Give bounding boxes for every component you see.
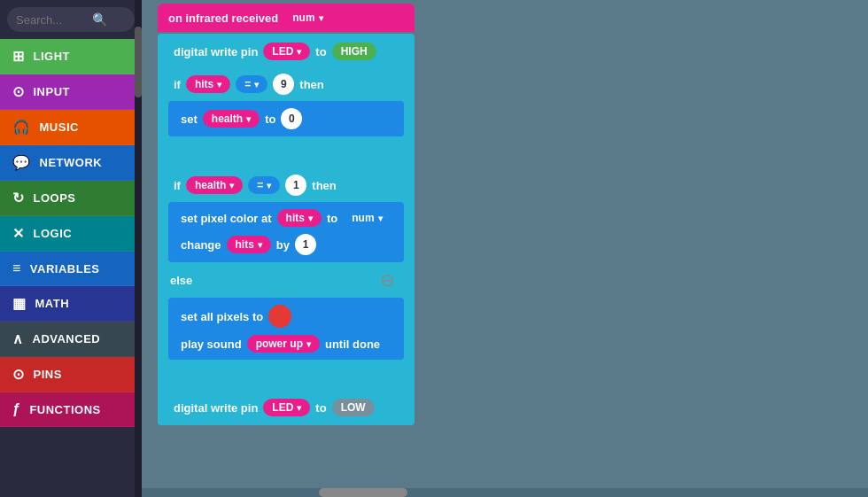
if1-body: set health ▾ to 0 xyxy=(168,101,404,136)
if2-then: then xyxy=(312,179,336,192)
if2-body: set pixel color at hits ▾ to num ▾ xyxy=(168,202,404,262)
search-icon: 🔍 xyxy=(92,12,107,27)
if2-eq[interactable]: = ▾ xyxy=(248,176,280,194)
on-infrared-block[interactable]: on infrared received num ▾ xyxy=(158,4,415,32)
canvas: on infrared received num ▾ digital write… xyxy=(142,0,868,497)
sidebar-item-label: ADVANCED xyxy=(33,332,101,346)
sidebar-item-light[interactable]: ⊞ LIGHT xyxy=(0,39,142,74)
caret-icon: ▾ xyxy=(297,47,301,57)
if2-change-var[interactable]: hits ▾ xyxy=(227,236,271,253)
dw2-label: digital write pin xyxy=(174,401,258,415)
if1-val[interactable]: 9 xyxy=(273,74,294,95)
else-label: else xyxy=(170,274,192,287)
sidebar-item-label: NETWORK xyxy=(40,156,103,169)
if2-add-button[interactable]: ⊕ xyxy=(170,363,199,388)
sidebar-item-label: MATH xyxy=(35,297,70,310)
if2-change-row: change hits ▾ by 1 xyxy=(175,230,397,259)
caret-icon: ▾ xyxy=(319,13,323,23)
sidebar-item-label: FUNCTIONS xyxy=(29,403,100,416)
block-container: on infrared received num ▾ digital write… xyxy=(158,4,415,429)
sidebar-item-label: LIGHT xyxy=(34,50,71,63)
sidebar-item-label: VARIABLES xyxy=(30,262,100,276)
network-icon: 💬 xyxy=(12,154,31,171)
sound-var[interactable]: power up ▾ xyxy=(247,335,320,353)
canvas-h-scrollbar[interactable] xyxy=(142,488,868,497)
if1-set-to: to xyxy=(265,113,275,126)
dw1-label: digital write pin xyxy=(174,45,258,58)
sidebar: 🔍 ⊞ LIGHT ⊙ INPUT 🎧 MUSIC 💬 NETWORK ↻ LO… xyxy=(0,0,142,497)
if1-if: if xyxy=(174,78,181,91)
dw1-to: to xyxy=(315,45,326,58)
h-scrollbar-thumb[interactable] xyxy=(319,488,407,497)
sidebar-item-math[interactable]: ▦ MATH xyxy=(0,286,142,322)
dw1-pin[interactable]: LED ▾ xyxy=(263,43,310,60)
sidebar-item-advanced[interactable]: ∧ ADVANCED xyxy=(0,322,142,357)
sidebar-item-label: INPUT xyxy=(34,85,71,98)
dw2-pin[interactable]: LED ▾ xyxy=(263,399,310,416)
if2-hits-var[interactable]: hits ▾ xyxy=(277,209,322,227)
if1-set-label: set xyxy=(181,113,198,126)
variables-icon: ≡ xyxy=(12,260,21,276)
if2-by-val[interactable]: 1 xyxy=(295,234,316,255)
if2-num-var[interactable]: num ▾ xyxy=(343,209,391,227)
if1-add-button[interactable]: ⊕ xyxy=(170,140,199,165)
if1-block: if hits ▾ = ▾ 9 then set xyxy=(163,69,409,167)
sidebar-item-pins[interactable]: ⊙ PINS xyxy=(0,357,142,392)
else-body: set all pixels to play sound power up ▾ … xyxy=(168,298,404,360)
sidebar-item-logic[interactable]: ✕ LOGIC xyxy=(0,216,142,252)
search-input[interactable] xyxy=(16,13,87,27)
input-icon: ⊙ xyxy=(12,83,25,100)
low-badge[interactable]: LOW xyxy=(332,399,375,416)
outer-if-container: digital write pin LED ▾ to HIGH if hits … xyxy=(158,34,415,425)
sidebar-item-music[interactable]: 🎧 MUSIC xyxy=(0,110,142,145)
logic-icon: ✕ xyxy=(12,225,25,242)
if2-if: if xyxy=(174,179,181,192)
sidebar-item-label: LOGIC xyxy=(34,227,73,240)
if1-add-row: ⊕ xyxy=(163,138,409,167)
digital-write-1-block[interactable]: digital write pin LED ▾ to HIGH xyxy=(163,37,409,66)
else-minus-button[interactable]: ⊖ xyxy=(373,268,402,292)
high-badge[interactable]: HIGH xyxy=(332,43,376,60)
sidebar-item-network[interactable]: 💬 NETWORK xyxy=(0,145,142,181)
sidebar-item-loops[interactable]: ↻ LOOPS xyxy=(0,181,142,216)
num-param[interactable]: num ▾ xyxy=(283,9,331,27)
digital-write-2-block[interactable]: digital write pin LED ▾ to LOW xyxy=(163,393,409,422)
set-all-pixels-row: set all pixels to xyxy=(175,301,397,331)
functions-icon: ƒ xyxy=(12,401,20,417)
sidebar-item-label: LOOPS xyxy=(34,191,76,205)
sidebar-scrollbar[interactable] xyxy=(135,0,142,497)
if1-set-val[interactable]: 0 xyxy=(281,108,302,129)
if2-header: if health ▾ = ▾ 1 then xyxy=(163,170,409,200)
on-infrared-label: on infrared received xyxy=(168,12,278,25)
set-all-label: set all pixels to xyxy=(181,310,263,323)
sidebar-item-label: PINS xyxy=(34,368,62,381)
light-icon: ⊞ xyxy=(12,48,25,65)
sidebar-item-input[interactable]: ⊙ INPUT xyxy=(0,74,142,110)
dw2-to: to xyxy=(315,401,326,415)
if2-pixel-row: set pixel color at hits ▾ to num ▾ xyxy=(175,206,397,230)
sidebar-item-label: MUSIC xyxy=(40,120,79,134)
if2-change-label: change xyxy=(181,238,221,252)
search-bar[interactable]: 🔍 xyxy=(7,7,135,32)
if2-to: to xyxy=(327,212,337,225)
if1-header: if hits ▾ = ▾ 9 then xyxy=(163,69,409,99)
if1-set-var[interactable]: health ▾ xyxy=(203,110,260,128)
if1-then: then xyxy=(299,78,323,91)
music-icon: 🎧 xyxy=(12,119,31,136)
if1-eq[interactable]: = ▾ xyxy=(236,75,267,93)
if1-var[interactable]: hits ▾ xyxy=(186,75,230,93)
math-icon: ▦ xyxy=(12,295,27,312)
sidebar-item-functions[interactable]: ƒ FUNCTIONS xyxy=(0,392,142,427)
pins-icon: ⊙ xyxy=(12,366,25,383)
if2-add-row: ⊕ xyxy=(163,361,409,390)
advanced-icon: ∧ xyxy=(12,330,24,347)
if2-val[interactable]: 1 xyxy=(285,175,306,196)
until-done-label: until done xyxy=(325,338,380,351)
if2-pixel-label: set pixel color at xyxy=(181,212,272,225)
sidebar-item-variables[interactable]: ≡ VARIABLES xyxy=(0,252,142,286)
red-color-dot[interactable] xyxy=(268,305,291,328)
else-row: else ⊖ xyxy=(163,264,409,296)
if2-var[interactable]: health ▾ xyxy=(186,176,243,194)
caret-icon: ▾ xyxy=(297,403,301,413)
loops-icon: ↻ xyxy=(12,190,25,206)
